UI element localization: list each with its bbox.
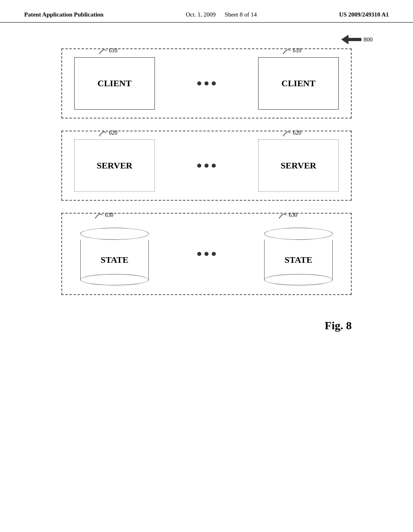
arrow-800-icon [341,35,361,44]
client-outer-box: 610 CLIENT 610 [61,48,352,118]
state-left-cylinder: STATE [74,222,155,286]
client-right-label-container: 610 [282,47,301,55]
client-right-box: CLIENT [258,57,339,110]
client-left-container: 610 CLIENT [74,57,155,110]
client-right-label-arrow-icon [282,47,291,55]
state-right-text: STATE [285,255,313,265]
client-dots [197,81,216,85]
state-left-cylinder-bottom [80,274,149,285]
state-left-cylinder-body: STATE [80,240,149,280]
server-left-label-container: 620 [98,129,117,137]
state-right-label-arrow-icon [278,211,287,219]
server-left-box: SERVER [74,139,155,192]
dot-3 [212,81,216,85]
state-right-label: 630 [289,212,297,218]
state-left-text: STATE [101,255,129,265]
server-outer-box: 620 SERVER 620 [61,131,352,201]
header-date-sheet: Oct. 1, 2009 Sheet 8 of 14 [186,11,257,18]
server-right-container: 620 SERVER [258,139,339,192]
client-right-label: 610 [293,48,301,54]
state-inner-row: 630 STATE [74,222,339,286]
state-dot-2 [204,252,209,256]
state-left-label-container: 630 [94,211,113,219]
figure-caption: Fig. 8 [61,319,352,332]
client-right-container: 610 CLIENT [258,57,339,110]
client-left-text: CLIENT [98,78,131,89]
state-right-cylinder-shape: STATE [264,228,333,280]
client-right-text: CLIENT [282,78,315,89]
header-left: Patent Application Publication [24,11,104,18]
state-left-label: 630 [105,212,113,218]
state-right-cylinder-top [264,228,333,240]
state-left-label-arrow-icon [94,211,103,219]
svg-marker-0 [341,35,361,44]
state-right-container: 630 STATE [258,222,339,286]
main-content: 800 610 CLIENT [0,27,413,340]
dot-1 [197,81,201,85]
header-sheet: Sheet 8 of 14 [225,11,257,18]
state-left-cylinder-top [80,228,149,240]
figure-800-label: 800 [341,35,373,44]
server-inner-row: 620 SERVER 620 [74,139,339,192]
client-left-label-container: 610 [98,47,117,55]
server-right-label-container: 620 [282,129,301,137]
server-dot-3 [212,164,216,168]
client-left-label-arrow-icon [98,47,107,55]
state-dot-3 [212,252,216,256]
server-dots [197,164,216,168]
header-right: US 2009/249310 A1 [339,11,389,18]
server-left-text: SERVER [97,160,132,171]
client-left-box: CLIENT [74,57,155,110]
header-date: Oct. 1, 2009 [186,11,216,18]
server-left-label-arrow-icon [98,129,107,137]
state-left-container: 630 STATE [74,222,155,286]
page-header: Patent Application Publication Oct. 1, 2… [0,0,413,23]
client-left-label: 610 [109,48,117,54]
server-left-label: 620 [109,130,117,136]
state-right-cylinder: STATE [258,222,339,286]
state-right-cylinder-bottom [264,274,333,285]
state-right-label-container: 630 [278,211,297,219]
server-dot-2 [204,164,209,168]
server-right-label: 620 [293,130,301,136]
state-left-cylinder-shape: STATE [80,228,149,280]
state-dots [197,252,216,256]
dot-2 [204,81,209,85]
state-dot-1 [197,252,201,256]
client-inner-row: 610 CLIENT 610 [74,57,339,110]
server-dot-1 [197,164,201,168]
server-left-container: 620 SERVER [74,139,155,192]
figure-800-number: 800 [364,36,373,43]
state-outer-box: 630 STATE [61,213,352,295]
server-right-box: SERVER [258,139,339,192]
server-right-label-arrow-icon [282,129,291,137]
server-right-text: SERVER [281,160,316,171]
state-right-cylinder-body: STATE [264,240,333,280]
